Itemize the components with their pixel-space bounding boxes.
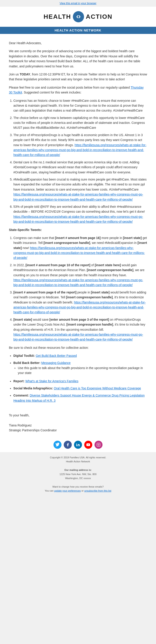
list-item: #MedicaidExpansion has been crucial to m…: [13, 177, 147, 202]
bold-insert: [insert # amount from page 10 of the rep…: [26, 263, 90, 267]
footer-change-text: Want to change how you receive these ema…: [3, 485, 153, 493]
list-item-text: Congress has an historic chance to lower…: [13, 99, 144, 112]
list-link[interactable]: https://familiesusa.org/resources/whats-…: [13, 215, 143, 223]
signer-name: Tiana Rodriguez: [9, 423, 147, 428]
bold-insert: [Insert state]: [13, 318, 32, 321]
facebook-icon[interactable]: [64, 441, 72, 449]
footer-mailing-label: Our mailing address is:: [3, 468, 153, 472]
content-area: Dear Health Advocates, We are currently …: [0, 36, 156, 410]
main-list: Congress has an historic chance to lower…: [13, 98, 147, 224]
closing: To your health,: [9, 413, 147, 418]
resources-list: Digital Toolkit: Get Build Back Better P…: [13, 353, 147, 403]
logo-right-text: ACTION: [86, 13, 112, 20]
resource-item: Report: What's at Stake for America's Fa…: [13, 379, 147, 384]
svg-rect-3: [97, 443, 100, 446]
para2-prefix: Join us: [9, 72, 20, 76]
list-item: 53% of people told @KFF they are worried…: [13, 204, 147, 224]
list-item-text: Dental care is the no.1 medical service …: [13, 160, 139, 174]
bold-insert: [insert # amount from page 16]: [55, 236, 101, 240]
state-list-item: [Insert state] would save [enter amount …: [13, 317, 147, 342]
list-item: Congress has an historic chance to lower…: [13, 98, 147, 113]
resources-heading-text: Be sure to check out these resources for…: [9, 345, 147, 350]
list-item: The price of #PrescriptionDrugs is a hug…: [13, 132, 147, 158]
paragraph3: Please feel free to use and customize th…: [9, 85, 147, 95]
list-item-text: #MedicaidExpansion has been crucial to m…: [13, 178, 147, 201]
instagram-icon[interactable]: [95, 441, 103, 449]
resource-link[interactable]: Oral Health Care is Too Expensive Withou…: [54, 386, 141, 390]
logo-container: HEALTH ACTION: [4, 11, 152, 22]
resource-label: Digital Toolkit:: [13, 354, 36, 358]
bold-insert: [insert state]: [91, 290, 110, 294]
resource-sub-item: Use this guide to talk about the health …: [18, 366, 147, 376]
social-icons-area: [0, 437, 156, 452]
resource-label: Comment:: [13, 394, 30, 397]
state-link[interactable]: https://familiesusa.org/resources/whats-…: [13, 246, 145, 260]
resource-link[interactable]: Get Build Back Better Passed: [36, 354, 77, 358]
paragraph2: Join us TODAY, from 12:00-12:30PM ET, fo…: [9, 72, 147, 82]
bold-insert: [insert # amount from page 6 of the repo…: [13, 290, 76, 294]
list-item: The choice before us right now is betwee…: [13, 115, 147, 130]
footer-area: Copyright © 2019 Families USA. All right…: [0, 452, 156, 496]
bold-insert: [enter amount from page 3 of the report]: [49, 318, 109, 321]
list-item-text: 53% of people told @KFF they are worried…: [13, 205, 145, 223]
header-banner-text: HEALTH ACTION NETWORK: [55, 28, 101, 32]
update-preferences-link[interactable]: update your preferences: [54, 489, 81, 492]
state-list: Congress can make sure that [insert # am…: [13, 236, 147, 342]
footer-address: 1225 New York Ave. NW, Ste. 800: [3, 472, 153, 476]
logo-icon: [73, 11, 84, 22]
para3-suffix: . Suggested content for this week includ…: [22, 90, 81, 94]
footer-copyright: Copyright © 2019 Families USA. All right…: [3, 456, 153, 460]
header-banner: HEALTH ACTION NETWORK: [0, 27, 156, 34]
logo-left-text: HEALTH: [44, 13, 71, 20]
resource-label: Social Media Infographics:: [13, 386, 54, 390]
state-link[interactable]: https://familiesusa.org/resources/whats-…: [13, 278, 143, 287]
svg-point-1: [78, 16, 79, 18]
para3-text: Please feel free to use and customize th…: [9, 86, 131, 89]
bold-insert: [insert congressperson handle]: [66, 323, 113, 326]
list-link[interactable]: https://familiesusa.org/resources/whats-…: [13, 143, 147, 157]
resource-label: Report:: [13, 379, 25, 383]
footer-org: Health Action Network: [3, 460, 153, 464]
list-link[interactable]: https://familiesusa.org/resources/whats-…: [13, 192, 143, 201]
linkedin-icon[interactable]: [74, 441, 82, 449]
youtube-icon[interactable]: [84, 441, 92, 449]
signer-title: Strategic Partnerships Coordinator: [9, 428, 147, 433]
resource-label: Build Back Better:: [13, 361, 41, 364]
signature-area: To your health, Tiana Rodriguez Strategi…: [0, 410, 156, 437]
bold-insert: [insert state here]: [95, 263, 121, 267]
resource-item: Social Media Infographics: Oral Health C…: [13, 386, 147, 391]
list-item-text: The choice before us right now is betwee…: [13, 116, 145, 130]
para2-today: TODAY: [20, 72, 30, 76]
bold-insert: [insert state]: [123, 236, 142, 240]
unsubscribe-link[interactable]: unsubscribe from this list: [84, 489, 111, 492]
state-heading: State-Specific Tweets:: [9, 228, 147, 232]
logo-area: HEALTH ACTION: [0, 7, 156, 24]
resource-link[interactable]: What's at Stake for America's Families: [25, 379, 78, 383]
list-item-text: The price of #PrescriptionDrugs is a hug…: [13, 133, 147, 157]
resource-link[interactable]: Messaging Guidance: [41, 361, 71, 364]
twitter-icon[interactable]: [53, 441, 61, 449]
list-item: Dental care is the no.1 medical service …: [13, 160, 147, 175]
top-bar: View this email in your browser: [0, 0, 156, 7]
bold-insert: [insert congressperson handle]: [87, 268, 133, 272]
bold-insert: [insert congressperson handle]: [43, 241, 90, 244]
bold-insert: [insert congressperson handle]: [66, 296, 113, 299]
resource-item: Build Back Better: Messaging Guidance Us…: [13, 360, 147, 375]
email-wrapper: View this email in your browser HEALTH A…: [0, 0, 156, 496]
state-list-item: In 2022, [insert # amount from page 10 o…: [13, 263, 147, 288]
resource-item: Digital Toolkit: Get Build Back Better P…: [13, 353, 147, 358]
resource-sub-list: Use this guide to talk about the health …: [18, 366, 147, 376]
resource-link[interactable]: Diverse Stakeholders Support House Energ…: [13, 394, 145, 402]
footer-city: Washington, DC xxxxxx: [3, 476, 153, 480]
state-link[interactable]: https://familiesusa.org/resources/whats-…: [13, 333, 143, 341]
resource-item: Comment: Diverse Stakeholders Support Ho…: [13, 393, 147, 403]
state-link[interactable]: https://familiesusa.org/resources/whats-…: [13, 300, 146, 314]
state-list-item: [insert # amount from page 6 of the repo…: [13, 290, 147, 315]
greeting: Dear Health Advocates,: [9, 40, 147, 46]
view-in-browser-link[interactable]: View this email in your browser: [59, 2, 96, 5]
state-list-item: Congress can make sure that [insert # am…: [13, 236, 147, 260]
paragraph1: We are currently on the precipice of adv…: [9, 49, 147, 69]
